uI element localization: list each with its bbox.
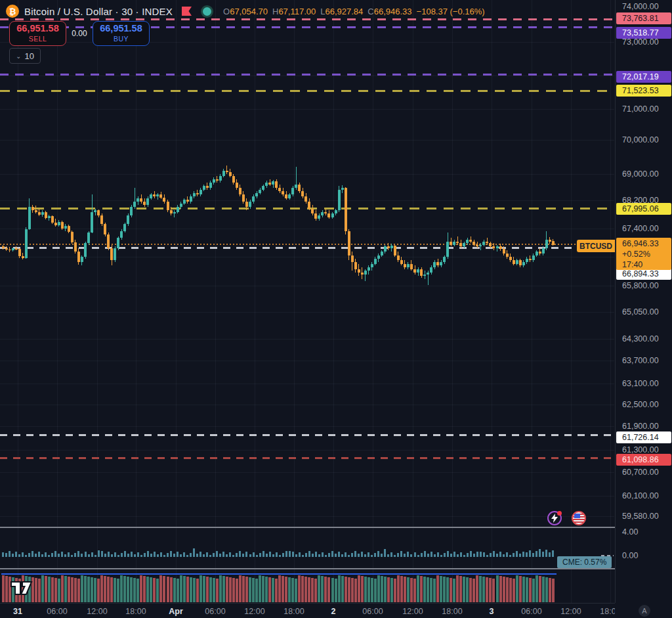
- pane-separator[interactable]: [0, 527, 672, 528]
- us-flag-icon[interactable]: [572, 511, 586, 525]
- ohlc-value: 66,946.33: [374, 7, 412, 16]
- price-axis-label: 63,100.00: [622, 379, 659, 388]
- volume-bar: [446, 577, 449, 602]
- cme-indicator-label[interactable]: CME: 0.57%: [557, 556, 612, 568]
- volume-bar: [94, 578, 96, 602]
- volume-bar: [156, 579, 159, 602]
- ohlc-value: 66,927.84: [326, 7, 364, 16]
- volume-bar: [242, 576, 245, 602]
- time-axis-label: Apr: [161, 607, 190, 616]
- volume-bar: [413, 579, 416, 602]
- volume-bar: [348, 577, 350, 602]
- volume-bar: [226, 577, 228, 602]
- volume-bar: [394, 579, 396, 602]
- volume-bar: [77, 579, 80, 602]
- autoscale-badge[interactable]: A: [639, 605, 650, 617]
- time-axis[interactable]: 3106:0012:0018:00Apr06:0012:0018:00206:0…: [0, 603, 615, 618]
- time-axis-label: 06:00: [517, 607, 546, 616]
- volume-bar: [371, 578, 373, 602]
- time-axis-label: 18:00: [280, 607, 308, 616]
- sell-button[interactable]: 66,951.58 SELL: [9, 21, 66, 46]
- time-axis-label: 12:00: [240, 607, 269, 616]
- volume-bar: [503, 577, 505, 602]
- current-price: 66,946.33: [622, 238, 671, 249]
- volume-bar: [364, 577, 367, 602]
- price-axis[interactable]: 66,946.33 +0.52% 17:40 74,000.0073,000.0…: [615, 0, 672, 603]
- volume-bar: [466, 577, 469, 602]
- volume-bar: [170, 577, 173, 602]
- volume-bar: [2, 575, 5, 602]
- volume-bar: [61, 575, 64, 602]
- volume-bar: [308, 577, 310, 602]
- volume-bar: [51, 577, 54, 602]
- price-axis-tag: 67,995.06: [616, 203, 671, 215]
- price-axis-label: 64,300.00: [622, 334, 659, 343]
- price-axis-label: 4.00: [622, 527, 638, 537]
- time-axis-label: 18:00: [596, 607, 615, 616]
- volume-bar: [87, 577, 90, 602]
- tradingview-chart-window: { "header": { "logo_glyph": "₿", "title"…: [0, 0, 672, 618]
- quantity-dropdown[interactable]: ⌄ 10: [9, 48, 41, 64]
- volume-bar: [136, 579, 139, 602]
- red-flag-icon[interactable]: [182, 7, 192, 16]
- volume-bar: [48, 577, 51, 602]
- volume-bar: [259, 575, 261, 602]
- ohlc-values: O67,054.70H67,117.00L66,927.84C66,946.33…: [223, 7, 490, 16]
- volume-bar: [282, 576, 284, 602]
- tradingview-logo-icon[interactable]: [9, 578, 33, 599]
- price-axis-label: 69,000.00: [622, 169, 659, 179]
- volume-bar: [420, 576, 423, 602]
- volume-bar: [354, 579, 357, 602]
- volume-bar: [229, 577, 232, 602]
- price-axis-label: 59,580.00: [622, 512, 659, 521]
- volume-bar: [482, 577, 485, 602]
- volume-bar: [236, 579, 238, 602]
- volume-bar: [146, 577, 149, 602]
- price-axis-label: 70,000.00: [622, 135, 659, 144]
- volume-bar: [285, 577, 287, 602]
- volume-bar: [110, 577, 113, 602]
- lightning-icon[interactable]: [547, 511, 562, 525]
- price-axis-tag: 61,726.14: [616, 431, 671, 443]
- volume-bar: [54, 578, 57, 602]
- volume-bar: [374, 579, 377, 602]
- market-status-dot-icon[interactable]: [203, 7, 211, 16]
- volume-bar: [100, 575, 103, 602]
- volume-bar: [45, 576, 47, 602]
- volume-bar: [193, 578, 196, 602]
- volume-bar: [509, 578, 512, 602]
- volume-bar: [107, 577, 110, 602]
- bar-countdown: 17:40: [622, 259, 671, 270]
- volume-bar: [84, 576, 87, 602]
- volume-bar: [255, 579, 258, 602]
- volume-bar: [440, 576, 442, 602]
- volume-bar: [513, 579, 515, 602]
- sell-label: SELL: [29, 34, 47, 44]
- volume-bar: [249, 577, 251, 602]
- volume-bar: [361, 576, 364, 602]
- symbol-title[interactable]: Bitcoin / U.S. Dollar · 30 · INDEX: [24, 6, 173, 17]
- volume-bar: [331, 578, 334, 602]
- volume-bar: [97, 579, 100, 602]
- quick-action-icons: [547, 511, 586, 525]
- volume-bar: [41, 575, 44, 602]
- price-axis-label: 74,000.00: [622, 2, 659, 11]
- volume-bar: [295, 579, 297, 602]
- pane-separator[interactable]: [0, 568, 672, 569]
- volume-bar: [390, 578, 393, 602]
- price-axis-label: 71,000.00: [622, 104, 659, 114]
- volume-bar: [519, 576, 522, 602]
- volume-bar: [143, 576, 146, 602]
- volume-bar: [5, 576, 8, 602]
- volume-bar: [381, 576, 383, 602]
- volume-bar: [427, 577, 429, 602]
- volume-bar: [338, 575, 341, 602]
- volume-bar: [120, 575, 123, 602]
- buy-label: BUY: [114, 34, 129, 44]
- volume-bar: [173, 578, 176, 602]
- volume-bar: [423, 577, 426, 602]
- volume-bar: [133, 578, 136, 602]
- buy-button[interactable]: 66,951.58 BUY: [93, 21, 150, 46]
- current-change-pct: +0.52%: [622, 249, 671, 259]
- volume-bar: [140, 575, 142, 602]
